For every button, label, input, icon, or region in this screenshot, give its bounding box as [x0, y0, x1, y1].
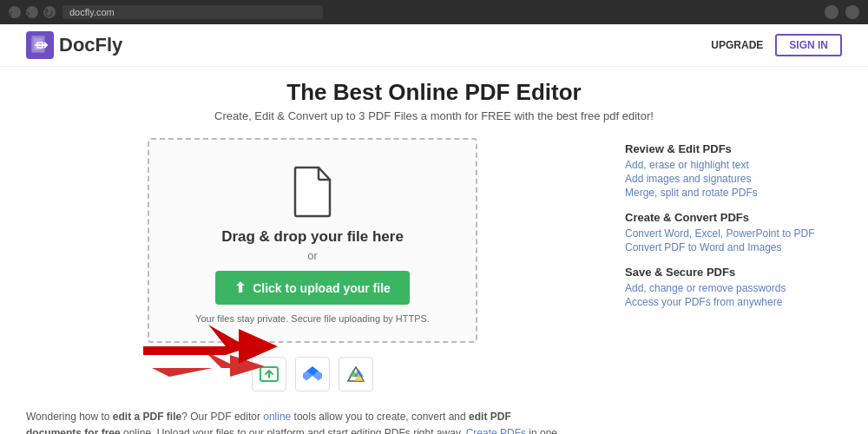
feature-item: Add, change or remove passwords	[625, 282, 842, 294]
features-sidebar: Review & Edit PDFs Add, erase or highlig…	[625, 138, 842, 391]
bold-edit-pdf: edit a PDF file	[113, 411, 181, 423]
feature-review-title: Review & Edit PDFs	[625, 142, 842, 155]
feature-item: Access your PDFs from anywhere	[625, 296, 842, 308]
logo-icon	[26, 31, 54, 59]
feature-item: Add, erase or highlight text	[625, 159, 842, 171]
browser-account-icon	[845, 5, 859, 19]
browser-nav-controls: ‹ › ↻	[9, 6, 56, 18]
create-pdfs-link[interactable]: Create PDFs	[466, 427, 526, 434]
feature-item: Merge, split and rotate PDFs	[625, 187, 842, 199]
browser-chrome: ‹ › ↻ docfly.com	[0, 0, 868, 24]
upload-button[interactable]: ⬆ Click to upload your file	[215, 271, 410, 305]
upgrade-link[interactable]: UPGRADE	[711, 39, 763, 51]
nav-forward[interactable]: ›	[26, 6, 38, 18]
browser-right-icons	[825, 5, 859, 19]
nav-refresh[interactable]: ↻	[43, 6, 56, 18]
hero-title: The Best Online PDF Editor	[0, 79, 868, 106]
feature-save-title: Save & Secure PDFs	[625, 266, 842, 279]
online-link[interactable]: online	[263, 411, 291, 423]
nav-back[interactable]: ‹	[9, 6, 21, 18]
privacy-text: Your files stay private. Secure file upl…	[195, 313, 430, 324]
feature-save: Save & Secure PDFs Add, change or remove…	[625, 266, 842, 308]
local-upload-icon[interactable]	[252, 357, 286, 391]
upload-section: Drag & drop your file here or ⬆ Click to…	[26, 138, 599, 391]
file-icon	[291, 166, 334, 218]
logo-text: DocFly	[59, 34, 122, 56]
feature-review: Review & Edit PDFs Add, erase or highlig…	[625, 142, 842, 199]
main-content: Drag & drop your file here or ⬆ Click to…	[0, 129, 868, 400]
feature-item: Convert Word, Excel, PowerPoint to PDF	[625, 227, 842, 240]
feature-item: Add images and signatures	[625, 173, 842, 185]
cloud-provider-icons	[252, 357, 373, 391]
dropbox-icon[interactable]	[295, 357, 330, 391]
feature-create-title: Create & Convert PDFs	[625, 211, 842, 224]
or-divider: or	[307, 249, 318, 262]
google-drive-icon[interactable]	[339, 357, 373, 391]
browser-star-icon	[825, 5, 838, 19]
hero-subtitle: Create, Edit & Convert up to 3 PDF Files…	[0, 109, 868, 122]
bottom-description: Wondering how to edit a PDF file? Our PD…	[0, 400, 590, 434]
site-logo: DocFly	[26, 31, 122, 59]
drag-drop-text: Drag & drop your file here	[221, 228, 404, 246]
signin-button[interactable]: SIGN IN	[775, 34, 842, 56]
address-bar[interactable]: docfly.com	[62, 5, 323, 19]
upload-dropzone[interactable]: Drag & drop your file here or ⬆ Click to…	[148, 138, 477, 343]
site-header: DocFly UPGRADE SIGN IN	[0, 24, 868, 67]
upload-icon: ⬆	[234, 279, 246, 296]
upload-button-label: Click to upload your file	[253, 281, 391, 295]
page-content: DocFly UPGRADE SIGN IN The Best Online P…	[0, 24, 868, 434]
feature-item: Convert PDF to Word and Images	[625, 241, 842, 253]
header-actions: UPGRADE SIGN IN	[711, 34, 842, 56]
hero-section: The Best Online PDF Editor Create, Edit …	[0, 67, 868, 129]
feature-create: Create & Convert PDFs Convert Word, Exce…	[625, 211, 842, 253]
